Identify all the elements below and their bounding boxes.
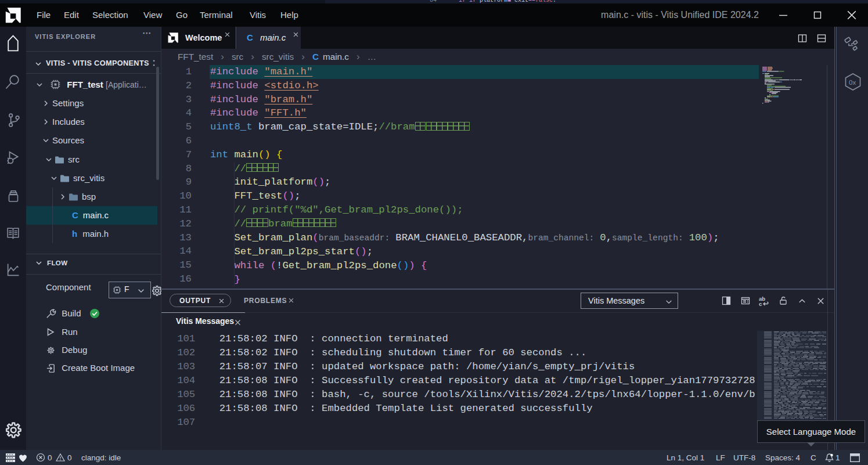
svg-text:c: c [759,301,762,307]
svg-text:0x: 0x [849,79,856,86]
